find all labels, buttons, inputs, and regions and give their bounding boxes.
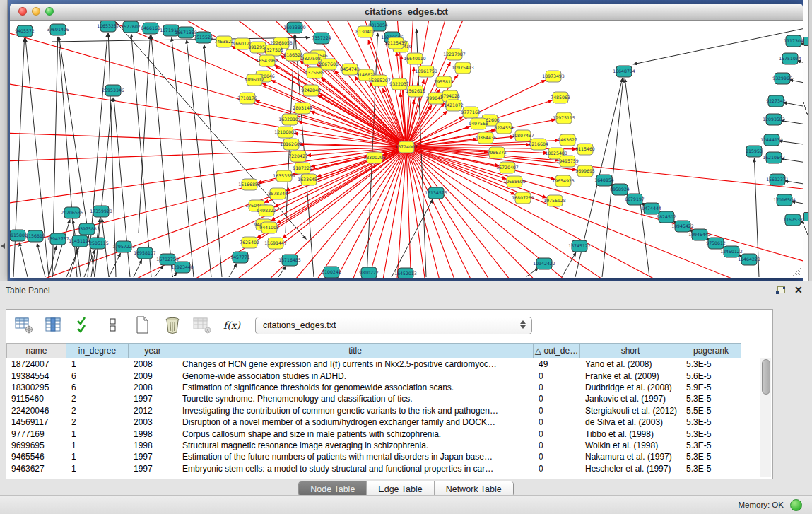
graph-node-label: 8878344 [268,191,288,196]
table-vertical-scrollbar[interactable] [760,358,771,477]
graph-edge-selected[interactable] [406,21,780,147]
column-header-out_degree[interactable]: △ out_de… [534,343,580,358]
column-header-short[interactable]: short [580,343,681,358]
graph-edge[interactable] [278,266,286,277]
graph-edge[interactable] [789,80,803,88]
memory-status-label: Memory: OK [738,501,784,509]
graph-edge[interactable] [52,220,70,277]
graph-node-label: 16640910 [404,56,426,61]
graph-edge[interactable] [783,103,803,111]
graph-node-label: 15134575 [425,190,447,195]
graph-edge[interactable] [37,243,45,277]
table-mode-icon[interactable] [13,315,35,336]
graph-node-label: 7485063 [551,95,570,100]
float-panel-icon[interactable] [776,286,785,295]
network-window[interactable]: citations_edges.txt 94055723769140610653… [10,4,803,278]
column-header-year[interactable]: year [129,343,177,358]
column-header-name[interactable]: name [6,343,66,358]
table-row[interactable]: 969969511998Structural magnetic resonanc… [6,440,754,451]
table-row[interactable]: 1872400712008Changes of HCN gene express… [6,358,754,370]
control-panel-splitter[interactable] [0,0,8,281]
column-header-pagerank[interactable]: pagerank [681,343,741,358]
column-header-in_degree[interactable]: in_degree [66,343,129,358]
graph-edge-selected[interactable] [318,95,406,147]
network-desktop: citations_edges.txt 94055723769140610653… [0,0,812,281]
splitter-collapse-icon[interactable] [1,243,5,249]
memory-ok-indicator[interactable] [790,499,802,511]
delete-column-icon[interactable] [162,315,183,336]
graph-edge-selected[interactable] [406,147,803,243]
graph-edge[interactable] [633,28,803,64]
citation-network-graph[interactable]: 9405572376914061065328715276026466163107… [10,21,803,278]
tab-network-table[interactable]: Network Table [434,481,513,496]
graph-node-label: 19756928 [543,198,566,203]
graph-edge[interactable] [19,243,28,277]
resize-grip[interactable] [790,265,801,276]
graph-node-label: 1156819 [25,233,45,238]
tab-node-table[interactable]: Node Table [299,481,366,496]
graph-node-label: 2867608 [319,62,339,66]
graph-node-label: 9115460 [575,146,595,151]
background-window-sliver [803,0,808,281]
graph-edge[interactable] [134,259,142,277]
graph-node-label: 8100241 [322,269,341,274]
graph-node-label: 15885207 [368,78,391,83]
table-row[interactable]: 2242004622012Investigating the contribut… [6,405,754,416]
graph-edge[interactable] [562,252,576,277]
new-column-icon[interactable] [132,315,153,336]
graph-edge[interactable] [229,264,237,277]
graph-edge[interactable] [392,199,433,277]
graph-node-label: 12505115 [86,240,109,245]
graph-edge[interactable] [139,35,150,233]
graph-node-label: 12106002 [274,129,297,134]
column-visibility-icon[interactable] [43,315,64,336]
results-panel-splitter[interactable] [808,0,812,281]
table-cell: 2012 [129,406,177,416]
graph-node-label: 6466163 [141,25,160,30]
table-row[interactable]: 1830029562008Estimation of significance … [6,382,754,393]
table-row[interactable]: 946362711997Embryonic stem cells: a mode… [6,463,754,474]
network-window-titlebar[interactable]: citations_edges.txt [10,4,803,21]
graph-edge[interactable] [792,201,803,209]
graph-node-label: 16033809 [283,25,306,30]
table-panel-titlebar[interactable]: Table Panel ✕ [0,281,812,300]
status-bar: Memory: OK [0,495,812,514]
graph-edge[interactable] [108,33,116,277]
graph-node-label: 10688609 [503,179,526,184]
graph-node-label: 9699695 [575,168,595,173]
graph-node-label: 16782759 [156,257,179,262]
table-cell: 0 [534,452,580,462]
column-header-title[interactable]: title [177,343,534,358]
graph-node-label: 12093582 [763,117,785,122]
table-row[interactable]: 1938455462009Genome-wide association stu… [6,370,754,381]
table-cell: Tibbo et al. (1998) [580,429,681,439]
table-row[interactable]: 911546021997Tourette syndrome. Phenomeno… [6,393,754,404]
graph-edge-selected[interactable] [10,115,406,147]
graph-edge[interactable] [109,253,121,277]
table-selector-dropdown[interactable]: citations_edges.txt [255,317,532,334]
table-row[interactable]: 977716911998Corpus callosum shape and si… [6,428,754,439]
graph-edge[interactable] [155,265,163,277]
graph-edge[interactable] [95,98,112,277]
scrollbar-thumb[interactable] [762,359,770,395]
table-cell: 2003 [129,417,177,427]
graph-edge[interactable] [204,45,222,277]
table-cell: 9115460 [6,394,66,404]
select-rows-icon[interactable] [73,315,94,336]
delete-table-icon[interactable] [192,315,213,336]
row-height-icon[interactable] [102,315,124,336]
function-icon[interactable]: f(x) [221,315,242,336]
table-row[interactable]: 946554611997Estimation of the future num… [6,451,754,462]
graph-node-label: 18300295 [363,155,386,160]
graph-node-label: 9227342 [766,98,786,103]
graph-edge[interactable] [781,121,803,128]
network-view-canvas[interactable]: 9405572376914061065328715276026466163107… [10,21,803,278]
tab-edge-table[interactable]: Edge Table [366,481,433,496]
graph-node-label: 8224554 [494,125,514,130]
graph-edge[interactable] [781,159,803,166]
graph-edge[interactable] [625,78,649,277]
table-row[interactable]: 1456911722003Disruption of a novel membe… [6,416,754,428]
table-cell: 6 [66,382,129,392]
close-panel-icon[interactable]: ✕ [794,284,803,296]
graph-node-label: 7986372 [487,150,507,155]
